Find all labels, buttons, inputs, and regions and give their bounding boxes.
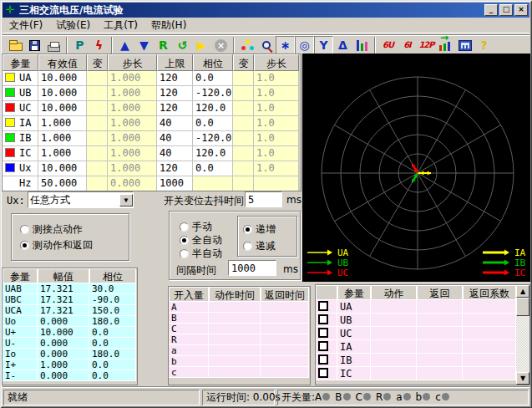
value-cell[interactable]: 1.0 <box>254 71 299 86</box>
value-cell[interactable]: 0.0 <box>193 71 233 86</box>
pause-button[interactable]: P <box>70 36 89 54</box>
value-cell[interactable]: 10.000 <box>38 86 87 101</box>
checkbox-cell[interactable] <box>316 340 337 354</box>
scroll-thumb[interactable] <box>516 298 529 316</box>
bar-display-button[interactable] <box>352 36 372 54</box>
table-row[interactable]: UA <box>316 300 529 314</box>
menu-item-1[interactable]: 试验(E) <box>49 17 97 34</box>
value-cell[interactable]: 40 <box>157 131 193 146</box>
table-row[interactable]: UB <box>316 314 529 327</box>
table-row[interactable]: UC10.0001.000120120.01.0 <box>3 101 301 116</box>
radio-direction-0[interactable]: 递增 <box>243 222 276 237</box>
stop-button[interactable]: × <box>211 36 231 54</box>
value-cell[interactable]: 40 <box>157 116 193 131</box>
value-cell[interactable]: 120 <box>157 161 193 176</box>
value-cell[interactable]: 1.000 <box>38 146 87 161</box>
value-cell[interactable]: -120.0 <box>193 86 233 101</box>
twelve-p-button[interactable]: 12P <box>417 36 436 54</box>
radio-test-mode-1[interactable]: 测动作和返回 <box>20 238 93 252</box>
minimize-button[interactable]: _ <box>484 4 498 16</box>
value-cell[interactable] <box>233 146 254 161</box>
reset-button[interactable]: R <box>154 36 173 54</box>
value-cell[interactable] <box>87 131 108 146</box>
value-cell[interactable]: 1.000 <box>108 86 157 101</box>
result-table-scrollbar[interactable]: ▲ ▼ <box>516 285 529 385</box>
open-button[interactable] <box>6 36 25 54</box>
table-row[interactable]: UA10.0001.0001200.01.0 <box>3 71 301 86</box>
checkbox[interactable] <box>318 341 328 351</box>
step-up-button[interactable]: ▲ <box>115 36 134 54</box>
value-cell[interactable]: 1.000 <box>108 116 157 131</box>
table-row[interactable]: IC1.0001.00040120.01.0 <box>3 146 301 161</box>
value-cell[interactable] <box>193 176 233 191</box>
radio-icon[interactable] <box>180 222 189 232</box>
value-cell[interactable]: 120 <box>157 86 193 101</box>
scroll-up-icon[interactable]: ▲ <box>516 285 529 298</box>
value-cell[interactable]: 120 <box>157 101 193 116</box>
value-cell[interactable]: 1.000 <box>108 71 157 86</box>
maximize-button[interactable]: □ <box>499 4 513 16</box>
value-cell[interactable] <box>87 71 108 86</box>
radio-test-mode-0[interactable]: 测接点动作 <box>20 222 83 237</box>
wye-display-button[interactable]: Y <box>314 36 333 54</box>
value-cell[interactable]: 10.000 <box>38 161 87 176</box>
table-row[interactable]: UB10.0001.000120-120.01.0 <box>3 86 301 101</box>
value-cell[interactable]: 120.0 <box>193 101 233 116</box>
value-cell[interactable]: 0.0 <box>193 161 233 176</box>
value-cell[interactable] <box>233 101 254 116</box>
chevron-down-icon[interactable]: ▼ <box>119 194 133 207</box>
radio-icon[interactable] <box>20 241 29 250</box>
value-cell[interactable]: 10.000 <box>38 71 87 86</box>
menu-item-3[interactable]: 帮助(H) <box>144 17 193 34</box>
step-down-button[interactable]: ▼ <box>134 36 154 54</box>
value-cell[interactable]: 1000 <box>157 176 193 191</box>
checkbox[interactable] <box>318 354 328 365</box>
radio-icon[interactable] <box>243 225 252 234</box>
debounce-input[interactable] <box>245 191 282 207</box>
checkbox[interactable] <box>318 301 328 311</box>
radio-direction-1[interactable]: 递减 <box>243 239 276 253</box>
checkbox-cell[interactable] <box>316 327 337 340</box>
value-cell[interactable] <box>233 116 254 131</box>
value-cell[interactable] <box>87 116 108 131</box>
checkbox-cell[interactable] <box>316 367 337 380</box>
value-cell[interactable] <box>233 131 254 146</box>
save-button[interactable] <box>25 36 44 54</box>
help-button[interactable]: ? <box>474 36 494 54</box>
undo-button[interactable]: ↺ <box>173 36 192 54</box>
menu-item-0[interactable]: 文件(F) <box>3 17 49 34</box>
value-cell[interactable]: 1.000 <box>38 131 87 146</box>
value-cell[interactable]: 1.000 <box>108 131 157 146</box>
value-cell[interactable]: 10.000 <box>38 101 87 116</box>
value-cell[interactable]: 1.0 <box>254 116 299 131</box>
table-row[interactable]: IA1.0001.000400.01.0 <box>3 116 301 131</box>
value-cell[interactable] <box>87 101 108 116</box>
value-cell[interactable] <box>233 86 254 101</box>
close-button[interactable]: × <box>514 4 528 16</box>
value-cell[interactable]: 1.000 <box>108 101 157 116</box>
interval-input[interactable] <box>228 260 276 276</box>
value-cell[interactable] <box>233 161 254 176</box>
delta-display-button[interactable]: Δ <box>333 36 352 54</box>
print-button[interactable] <box>44 36 63 54</box>
result-table[interactable]: 参量动作返回返回系数UAUBUCIAIBIC ▲ ▼ <box>315 284 530 385</box>
value-cell[interactable]: 1.000 <box>108 146 157 161</box>
checkbox[interactable] <box>318 368 328 378</box>
value-cell[interactable] <box>254 176 299 191</box>
value-cell[interactable]: 40 <box>157 146 193 161</box>
value-cell[interactable]: 1.0 <box>254 146 299 161</box>
radio-auto-1[interactable]: 全自动 <box>180 233 222 247</box>
ray-display-button[interactable]: ∗ <box>276 36 295 54</box>
parameter-table[interactable]: 参量有效值变步长上限相位变步长UA10.0001.0001200.01.0UB1… <box>2 54 301 191</box>
scroll-down-icon[interactable]: ▼ <box>516 372 529 385</box>
value-cell[interactable] <box>87 176 108 191</box>
checkbox[interactable] <box>318 314 328 324</box>
table-row[interactable]: UC <box>316 327 529 340</box>
start-button[interactable]: ▶ <box>192 36 211 54</box>
radio-icon[interactable] <box>20 225 29 234</box>
value-cell[interactable] <box>87 86 108 101</box>
value-cell[interactable] <box>233 176 254 191</box>
radio-auto-2[interactable]: 半自动 <box>180 247 222 261</box>
vector-nodes-button[interactable] <box>237 36 256 54</box>
value-cell[interactable]: 120.0 <box>193 146 233 161</box>
